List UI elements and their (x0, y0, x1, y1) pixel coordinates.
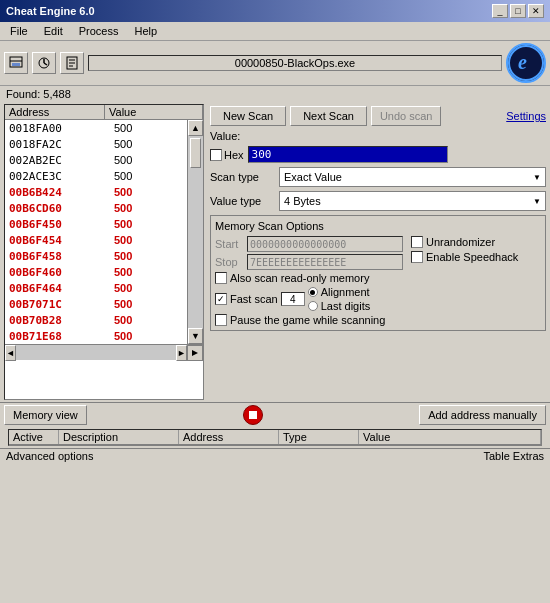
scroll-thumb[interactable] (190, 138, 201, 168)
unrandomizer-row: Unrandomizer (411, 236, 541, 248)
fast-scan-checkbox[interactable]: ✓ (215, 293, 227, 305)
scroll-up-btn[interactable]: ▲ (188, 120, 203, 136)
memory-view-button[interactable]: Memory view (4, 405, 87, 425)
svg-text:e: e (518, 51, 527, 73)
list-address: 002AB2EC (5, 154, 110, 167)
menu-bar: File Edit Process Help (0, 22, 550, 41)
list-address: 002ACE3C (5, 170, 110, 183)
unrandomizer-checkbox[interactable] (411, 236, 423, 248)
h-scroll-right-btn[interactable]: ► (176, 345, 187, 361)
list-item[interactable]: 00B70B28 500 (5, 312, 187, 328)
menu-edit[interactable]: Edit (38, 24, 69, 38)
speedhack-checkbox[interactable] (411, 251, 423, 263)
value-type-arrow: ▼ (533, 197, 541, 206)
list-item[interactable]: 00B6B424 500 (5, 184, 187, 200)
toolbar: 00000850-BlackOps.exe e (0, 41, 550, 86)
list-item[interactable]: 00B6F464 500 (5, 280, 187, 296)
value-column-header: Value (105, 105, 203, 119)
list-scrollbar[interactable]: ▲ ▼ (187, 120, 203, 344)
toolbar-btn-2[interactable] (32, 52, 56, 74)
scan-type-dropdown[interactable]: Exact Value ▼ (279, 167, 546, 187)
menu-process[interactable]: Process (73, 24, 125, 38)
last-digits-radio[interactable] (308, 301, 318, 311)
right-panel: New Scan Next Scan Undo scan Settings Va… (206, 102, 550, 402)
list-value: 500 (110, 186, 187, 198)
alignment-radio[interactable] (308, 287, 318, 297)
hex-checkbox[interactable] (210, 149, 222, 161)
table-extras-link[interactable]: Table Extras (483, 450, 544, 462)
list-address: 00B71E68 (5, 330, 110, 343)
list-item[interactable]: 00B6F454 500 (5, 232, 187, 248)
svg-rect-2 (12, 63, 20, 66)
stop-button[interactable] (243, 405, 263, 425)
next-scan-button[interactable]: Next Scan (290, 106, 367, 126)
h-scroll-left-btn[interactable]: ◄ (5, 345, 16, 361)
mem-scan-title: Memory Scan Options (215, 220, 541, 232)
speedhack-row: Enable Speedhack (411, 251, 541, 263)
menu-file[interactable]: File (4, 24, 34, 38)
found-label: Found: 5,488 (0, 86, 550, 102)
list-address: 00B6CD60 (5, 202, 110, 215)
mem-scan-body: Start Stop Also scan read-only memory ✓ (215, 236, 541, 326)
fast-scan-label: Fast scan (230, 293, 278, 305)
list-address: 00B70B28 (5, 314, 110, 327)
add-address-button[interactable]: Add address manually (419, 405, 546, 425)
list-item[interactable]: 00B7071C 500 (5, 296, 187, 312)
start-input[interactable] (247, 236, 403, 252)
red-circle-container (91, 405, 415, 425)
start-row: Start (215, 236, 403, 252)
list-item[interactable]: 002ACE3C 500 (5, 168, 187, 184)
menu-help[interactable]: Help (128, 24, 163, 38)
new-scan-button[interactable]: New Scan (210, 106, 286, 126)
list-header: Address Value (5, 105, 203, 120)
list-item[interactable]: 0018FA00 500 (5, 120, 187, 136)
pause-checkbox[interactable] (215, 314, 227, 326)
value-input[interactable] (248, 146, 448, 163)
scroll-down-btn[interactable]: ▼ (188, 328, 203, 344)
list-item[interactable]: 002AB2EC 500 (5, 152, 187, 168)
hex-label: Hex (224, 149, 244, 161)
last-digits-row: Last digits (308, 300, 371, 312)
toolbar-btn-1[interactable] (4, 52, 28, 74)
list-value: 500 (110, 266, 187, 278)
list-address: 00B6F460 (5, 266, 110, 279)
app-title: Cheat Engine 6.0 (6, 5, 95, 17)
address-column-header: Address (5, 105, 105, 119)
list-address: 00B6F454 (5, 234, 110, 247)
list-item[interactable]: 00B6F460 500 (5, 264, 187, 280)
list-item[interactable]: 0018FA2C 500 (5, 136, 187, 152)
list-options-btn[interactable] (187, 345, 203, 361)
toolbar-btn-3[interactable] (60, 52, 84, 74)
h-scroll-track[interactable] (16, 345, 176, 360)
alignment-row: Alignment (308, 286, 371, 298)
address-list-body[interactable]: 0018FA00 500 0018FA2C 500 002AB2EC 500 0… (5, 120, 187, 344)
list-item[interactable]: 00B6F458 500 (5, 248, 187, 264)
address-table: Active Description Address Type Value (8, 429, 542, 446)
list-value: 500 (110, 202, 187, 214)
h-scrollbar[interactable]: ◄ ► (5, 344, 203, 360)
alignment-radio-group: Alignment Last digits (308, 286, 371, 312)
scroll-track[interactable] (188, 136, 203, 328)
advanced-options-link[interactable]: Advanced options (6, 450, 93, 462)
title-bar: Cheat Engine 6.0 _ □ ✕ (0, 0, 550, 22)
settings-link[interactable]: Settings (506, 110, 546, 122)
list-item[interactable]: 00B6F450 500 (5, 216, 187, 232)
undo-scan-button[interactable]: Undo scan (371, 106, 442, 126)
close-button[interactable]: ✕ (528, 4, 544, 18)
also-scan-label: Also scan read-only memory (230, 272, 369, 284)
list-value: 500 (110, 250, 187, 262)
alignment-label: Alignment (321, 286, 370, 298)
value-type-dropdown[interactable]: 4 Bytes ▼ (279, 191, 546, 211)
value-input-row: Hex (210, 146, 546, 163)
scan-type-arrow: ▼ (533, 173, 541, 182)
stop-input[interactable] (247, 254, 403, 270)
also-scan-checkbox[interactable] (215, 272, 227, 284)
scan-type-label: Scan type (210, 171, 275, 183)
list-item[interactable]: 00B71E68 500 (5, 328, 187, 344)
list-item[interactable]: 00B6CD60 500 (5, 200, 187, 216)
maximize-button[interactable]: □ (510, 4, 526, 18)
table-header: Active Description Address Type Value (9, 430, 541, 445)
description-header: Description (59, 430, 179, 444)
fast-scan-value[interactable] (281, 292, 305, 306)
minimize-button[interactable]: _ (492, 4, 508, 18)
